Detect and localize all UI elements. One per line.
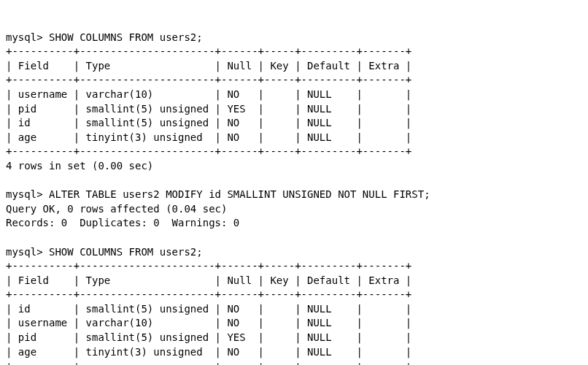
mysql-terminal-output: mysql> SHOW COLUMNS FROM users2; +------… xyxy=(6,31,582,365)
